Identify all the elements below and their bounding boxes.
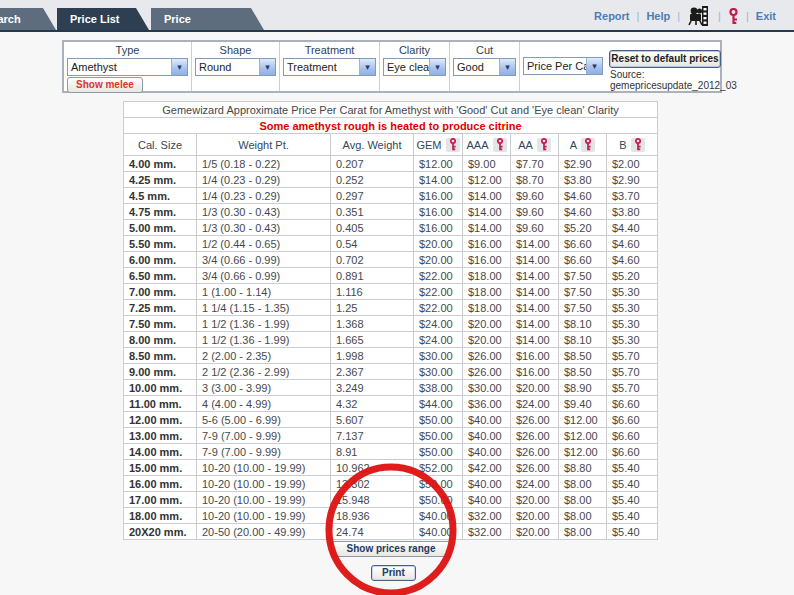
exit-link[interactable]: Exit — [756, 10, 776, 22]
value-cell: $14.00 — [463, 188, 511, 204]
help-link[interactable]: Help — [646, 10, 670, 22]
shape-select-value: Round — [196, 61, 259, 73]
table-header-row: Cal. SizeWeight Pt.Avg. WeightGEMAAAAAAB — [124, 134, 658, 156]
value-cell: $5.70 — [607, 348, 658, 364]
table-row: 4.5 mm.1/4 (0.23 - 0.29)0.297$16.00$14.0… — [124, 188, 658, 204]
value-cell: 7-9 (7.00 - 9.99) — [197, 444, 331, 460]
reset-default-prices-button[interactable]: Reset to default prices — [609, 50, 721, 68]
col-header-aa: AA — [511, 134, 559, 156]
value-cell: $8.10 — [559, 332, 607, 348]
col-header-label: A — [570, 138, 577, 152]
filter-col-bottom: Show melee — [64, 76, 191, 93]
value-cell: $6.60 — [559, 236, 607, 252]
cal-size-cell: 15.00 mm. — [124, 460, 197, 476]
value-cell: $5.30 — [607, 300, 658, 316]
price-view-select[interactable]: Price Per Carat▾ — [523, 57, 603, 75]
value-cell: $26.00 — [511, 428, 559, 444]
value-cell: 0.405 — [331, 220, 414, 236]
col-header-label: AAA — [466, 138, 488, 152]
key-icon[interactable] — [728, 8, 739, 25]
table-row: 5.00 mm.1/3 (0.30 - 0.43)0.405$16.00$14.… — [124, 220, 658, 236]
value-cell: 0.252 — [331, 172, 414, 188]
source-line2: gemepricesupdate_2012_03 — [610, 80, 724, 91]
chevron-down-icon[interactable]: ▾ — [259, 59, 275, 75]
key-icon[interactable] — [537, 138, 551, 152]
cal-size-cell: 14.00 mm. — [124, 444, 197, 460]
value-cell: $14.00 — [463, 220, 511, 236]
value-cell: $14.00 — [511, 284, 559, 300]
chevron-down-icon[interactable]: ▾ — [586, 58, 602, 74]
value-cell: $5.40 — [607, 492, 658, 508]
value-cell: $40.00 — [414, 508, 463, 524]
cut-select-value: Good — [454, 61, 499, 73]
value-cell: 1 1/2 (1.36 - 1.99) — [197, 332, 331, 348]
show-melee-button[interactable]: Show melee — [67, 77, 143, 93]
value-cell: $16.00 — [414, 204, 463, 220]
filter-label-shape: Shape — [192, 42, 279, 58]
value-cell: $38.00 — [414, 380, 463, 396]
value-cell: 0.54 — [331, 236, 414, 252]
value-cell: $36.00 — [463, 396, 511, 412]
value-cell: 1 1/2 (1.36 - 1.99) — [197, 316, 331, 332]
type-select-value: Amethyst — [68, 61, 171, 73]
value-cell: 13.302 — [331, 476, 414, 492]
clarity-select-value: Eye clean — [384, 61, 429, 73]
key-icon[interactable] — [493, 138, 507, 152]
shape-select[interactable]: Round▾ — [195, 58, 276, 76]
tab-search[interactable]: Search — [0, 8, 56, 30]
cal-size-cell: 5.00 mm. — [124, 220, 197, 236]
value-cell: $3.70 — [607, 188, 658, 204]
tab-bar: Search Price List Price Calculator Repor… — [0, 0, 794, 30]
value-cell: 3/4 (0.66 - 0.99) — [197, 252, 331, 268]
tab-price-calculator[interactable]: Price Calculator — [151, 8, 264, 30]
price-table: Gemewizard Approximate Price Per Carat f… — [123, 101, 658, 540]
cut-select[interactable]: Good▾ — [453, 58, 516, 76]
value-cell: $5.40 — [607, 460, 658, 476]
key-icon[interactable] — [631, 138, 645, 152]
key-icon[interactable] — [446, 138, 460, 152]
value-cell: $7.50 — [559, 300, 607, 316]
type-select[interactable]: Amethyst▾ — [67, 58, 188, 76]
chevron-down-icon[interactable]: ▾ — [499, 59, 515, 75]
tab-bar-underline — [0, 30, 794, 32]
table-row: 12.00 mm.5-6 (5.00 - 6.99)5.607$50.00$40… — [124, 412, 658, 428]
cal-size-cell: 8.00 mm. — [124, 332, 197, 348]
cal-size-cell: 8.50 mm. — [124, 348, 197, 364]
video-camera-icon[interactable] — [687, 6, 711, 26]
value-cell: 10-20 (10.00 - 19.99) — [197, 508, 331, 524]
value-cell: $2.90 — [607, 172, 658, 188]
table-row: 4.75 mm.1/3 (0.30 - 0.43)0.351$16.00$14.… — [124, 204, 658, 220]
key-icon[interactable] — [581, 138, 595, 152]
cal-size-cell: 10.00 mm. — [124, 380, 197, 396]
value-cell: 0.702 — [331, 252, 414, 268]
value-cell: $9.00 — [463, 156, 511, 172]
col-header-cal-size: Cal. Size — [124, 134, 197, 156]
filter-col-bottom — [380, 76, 449, 91]
value-cell: 18.936 — [331, 508, 414, 524]
treatment-select[interactable]: Treatment▾ — [283, 58, 376, 76]
show-prices-range-button[interactable]: Show prices range — [331, 541, 451, 557]
print-button[interactable]: Print — [371, 565, 416, 581]
clarity-select[interactable]: Eye clean▾ — [383, 58, 446, 76]
table-row: 11.00 mm.4 (4.00 - 4.99)4.32$44.00$36.00… — [124, 396, 658, 412]
chevron-down-icon[interactable]: ▾ — [171, 59, 187, 75]
tab-price-list[interactable]: Price List — [57, 8, 149, 30]
chevron-down-icon[interactable]: ▾ — [429, 59, 445, 75]
chevron-down-icon[interactable]: ▾ — [359, 59, 375, 75]
value-cell: $26.00 — [463, 364, 511, 380]
filter-col-shape: ShapeRound▾ — [192, 42, 280, 91]
col-header-label: GEM — [416, 138, 441, 152]
filter-label-type: Type — [64, 42, 191, 58]
value-cell: $4.60 — [607, 236, 658, 252]
value-cell: $20.00 — [463, 316, 511, 332]
value-cell: $8.70 — [511, 172, 559, 188]
cal-size-cell: 11.00 mm. — [124, 396, 197, 412]
report-link[interactable]: Report — [594, 10, 629, 22]
value-cell: $16.00 — [463, 236, 511, 252]
table-row: 6.50 mm.3/4 (0.66 - 0.99)0.891$22.00$18.… — [124, 268, 658, 284]
value-cell: $26.00 — [511, 444, 559, 460]
table-row: 4.00 mm.1/5 (0.18 - 0.22)0.207$12.00$9.0… — [124, 156, 658, 172]
value-cell: $14.00 — [511, 236, 559, 252]
value-cell: 10-20 (10.00 - 19.99) — [197, 492, 331, 508]
table-row: 9.00 mm.2 1/2 (2.36 - 2.99)2.367$30.00$2… — [124, 364, 658, 380]
